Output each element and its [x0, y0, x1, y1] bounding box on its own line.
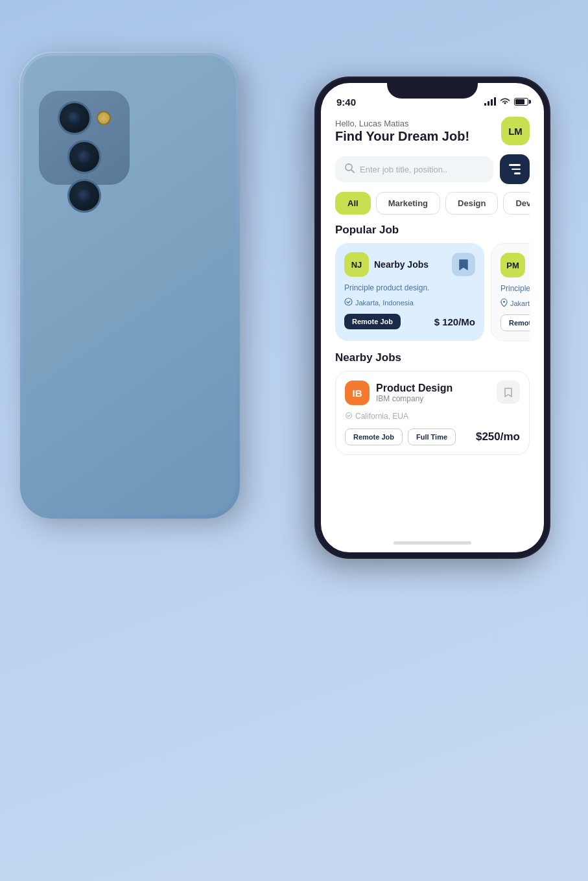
notch — [387, 78, 478, 99]
svg-point-4 — [346, 413, 352, 419]
tab-all[interactable]: All — [335, 192, 371, 215]
filter-button[interactable] — [500, 154, 530, 184]
svg-point-2 — [345, 298, 352, 305]
popular-job-card-2[interactable]: PM Nea... Principle pr... Jakarta, — [491, 243, 530, 341]
nearby-salary: $250/mo — [476, 430, 520, 443]
location-pin-icon-2 — [500, 298, 508, 308]
remote-tag-1[interactable]: Remote Job — [344, 314, 401, 329]
nearby-card-header: IB Product Design IBM company — [345, 381, 520, 405]
header-row: Hello, Lucas Matias Find Your Dream Job!… — [335, 117, 530, 145]
search-input-wrap[interactable]: Enter job title, position.. — [335, 156, 493, 182]
popular-job-location-2: Jakarta, — [500, 298, 530, 308]
phone-back — [19, 52, 240, 519]
remote-tag-2[interactable]: Remote Jo... — [500, 314, 530, 331]
flash-light — [97, 111, 111, 125]
popular-jobs-row: NJ Nearby Jobs Principle product design. — [335, 243, 530, 341]
battery-icon — [514, 98, 528, 106]
popular-job-location-1: Jakarta, Indonesia — [344, 298, 475, 307]
job-logo-nj: NJ — [344, 252, 369, 277]
headline-text: Find Your Dream Job! — [335, 128, 469, 144]
nearby-section-title: Nearby Jobs — [335, 351, 530, 364]
phone-screen: 9:40 — [321, 83, 544, 552]
full-time-tag[interactable]: Full Time — [408, 429, 456, 445]
svg-point-3 — [503, 301, 505, 303]
tab-marketing[interactable]: Marketing — [376, 192, 440, 215]
tab-design[interactable]: Design — [445, 192, 498, 215]
search-row: Enter job title, position.. — [335, 154, 530, 184]
signal-icon — [484, 98, 496, 106]
job-logo-row-1: NJ Nearby Jobs — [344, 252, 429, 277]
job-logo-pm: PM — [500, 253, 525, 277]
greeting-text: Hello, Lucas Matias — [335, 119, 469, 128]
nearby-job-card-1[interactable]: IB Product Design IBM company — [335, 371, 530, 455]
avatar[interactable]: LM — [501, 117, 530, 145]
popular-section-title: Popular Job — [335, 224, 530, 237]
nearby-title-group: IB Product Design IBM company — [345, 381, 453, 405]
popular-job-footer-1: Remote Job $ 120/Mo — [344, 314, 475, 329]
nearby-company: IBM company — [376, 394, 453, 403]
search-placeholder-text: Enter job title, position.. — [360, 165, 447, 174]
camera-lens-3 — [67, 179, 101, 213]
bookmark-button-nearby[interactable] — [497, 381, 520, 404]
location-check-icon — [344, 298, 353, 307]
nearby-card-footer: Remote Job Full Time $250/mo — [345, 429, 520, 445]
status-icons — [484, 97, 528, 107]
nearby-location: California, EUA — [345, 412, 520, 421]
nearby-job-title: Product Design — [376, 382, 453, 394]
camera-lens-2 — [67, 140, 101, 174]
popular-job-desc-2: Principle pr... — [500, 284, 530, 293]
nearby-job-info: Product Design IBM company — [376, 382, 453, 403]
popular-card-2-header: PM Nea... — [500, 253, 530, 277]
popular-job-desc-1: Principle product design. — [344, 283, 475, 292]
filter-icon — [509, 164, 521, 174]
nearby-remote-tag[interactable]: Remote Job — [345, 429, 403, 445]
job-logo-row-2: PM Nea... — [500, 253, 530, 277]
popular-card-1-header: NJ Nearby Jobs — [344, 252, 475, 277]
bookmark-button-1[interactable] — [452, 253, 475, 276]
status-time: 9:40 — [336, 97, 356, 108]
popular-job-title-1: Nearby Jobs — [374, 259, 429, 270]
wifi-icon — [500, 97, 510, 107]
category-tabs: All Marketing Design Dev — [335, 192, 530, 215]
camera-module-back — [39, 91, 130, 185]
popular-job-footer-2: Remote Jo... — [500, 314, 530, 331]
tab-dev[interactable]: Dev — [503, 192, 530, 215]
popular-job-card-1[interactable]: NJ Nearby Jobs Principle product design. — [335, 243, 484, 341]
app-content: Hello, Lucas Matias Find Your Dream Job!… — [321, 112, 544, 533]
job-logo-ib: IB — [345, 381, 370, 405]
svg-line-1 — [351, 170, 354, 172]
phone-front: 9:40 — [316, 78, 549, 558]
home-indicator — [321, 533, 544, 552]
popular-salary-1: $ 120/Mo — [434, 316, 475, 327]
camera-lens-1 — [58, 101, 91, 135]
search-icon — [344, 163, 355, 176]
header-text: Hello, Lucas Matias Find Your Dream Job! — [335, 119, 469, 144]
